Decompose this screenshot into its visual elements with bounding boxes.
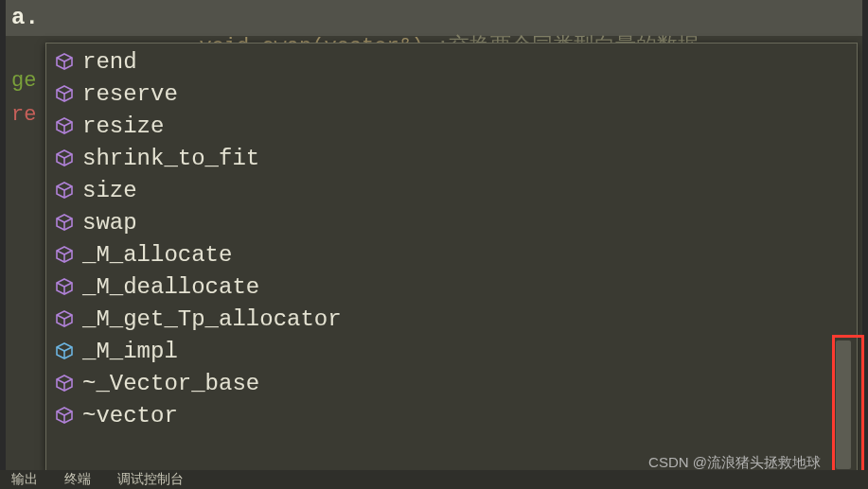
method-icon	[54, 244, 75, 265]
code-fragment: ge	[11, 64, 36, 98]
tab-output[interactable]: 输出	[11, 471, 38, 488]
autocomplete-item-label: swap	[82, 210, 137, 236]
autocomplete-item[interactable]: resize	[46, 110, 857, 142]
autocomplete-item-label: size	[82, 178, 137, 203]
autocomplete-item[interactable]: shrink_to_fit	[46, 142, 857, 174]
method-icon	[54, 373, 75, 393]
autocomplete-item-label: _M_allocate	[82, 242, 232, 268]
autocomplete-item[interactable]: _M_deallocate	[46, 271, 857, 303]
method-icon	[54, 212, 75, 233]
autocomplete-item[interactable]: ~_Vector_base	[46, 367, 857, 399]
autocomplete-item[interactable]: swap	[46, 206, 857, 238]
autocomplete-item[interactable]: size	[46, 174, 857, 206]
autocomplete-item-label: reserve	[82, 81, 178, 107]
autocomplete-item[interactable]: rend	[46, 45, 857, 78]
autocomplete-item-label: ~vector	[82, 403, 178, 428]
active-line-text: a.	[11, 0, 39, 36]
scrollbar-thumb[interactable]	[836, 341, 851, 469]
autocomplete-item[interactable]: reserve	[46, 78, 857, 110]
method-icon	[54, 276, 75, 297]
autocomplete-list: rendreserveresizeshrink_to_fitsizeswap_M…	[46, 44, 857, 472]
autocomplete-item-label: shrink_to_fit	[82, 146, 259, 171]
method-icon	[54, 51, 75, 72]
code-fragment: re	[11, 98, 36, 132]
autocomplete-item[interactable]: _M_impl	[46, 335, 857, 367]
autocomplete-item-label: resize	[82, 114, 164, 139]
method-icon	[54, 308, 75, 329]
autocomplete-item-label: ~_Vector_base	[82, 371, 259, 396]
autocomplete-item-label: _M_get_Tp_allocator	[82, 306, 342, 332]
autocomplete-item-label: _M_deallocate	[82, 274, 259, 300]
method-icon	[54, 148, 75, 168]
bottom-panel-tabs: 输出 终端 调试控制台	[0, 470, 868, 489]
field-icon	[54, 341, 75, 361]
autocomplete-popup[interactable]: rendreserveresizeshrink_to_fitsizeswap_M…	[45, 43, 858, 473]
tab-debug-console[interactable]: 调试控制台	[117, 471, 184, 488]
autocomplete-item[interactable]: ~vector	[46, 399, 857, 431]
autocomplete-item-label: _M_impl	[82, 339, 178, 364]
method-icon	[54, 180, 75, 201]
method-icon	[54, 405, 75, 426]
tab-terminal[interactable]: 终端	[64, 471, 91, 488]
method-icon	[54, 83, 75, 104]
autocomplete-item[interactable]: _M_allocate	[46, 238, 857, 271]
method-icon	[54, 115, 75, 136]
autocomplete-item-label: rend	[82, 49, 137, 75]
gutter-code: ge re	[11, 64, 36, 132]
autocomplete-item[interactable]: _M_get_Tp_allocator	[46, 303, 857, 335]
